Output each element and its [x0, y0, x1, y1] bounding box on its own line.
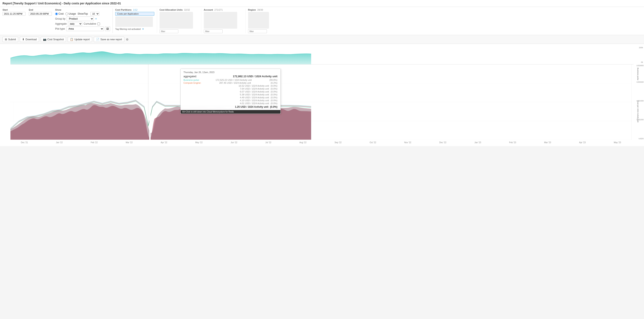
submit-button[interactable]: ⊞ Submit	[2, 37, 18, 42]
plottype-select[interactable]: Area Line Bar	[66, 26, 104, 31]
account-placeholder	[204, 12, 237, 28]
mini-chart-container: 200k 0k	[10, 46, 632, 64]
main-chart-svg	[10, 64, 632, 140]
account-title: Account 271/271	[204, 8, 243, 11]
groupby-select[interactable]: Product Service Account Region	[66, 16, 94, 21]
x-axis: Dec '21 Jan '22 Feb '22 Mar '22 Apr '22 …	[10, 140, 632, 144]
report-title-bracket: [Teevity Support / Unit Economics]	[13, 2, 61, 5]
x-label-11: Nov '22	[404, 141, 411, 144]
tooltip-row-8-pct: (0.0%)	[271, 102, 277, 104]
end-group: End	[29, 8, 52, 16]
cost-radio-text: Cost	[58, 12, 64, 15]
save-icon: 📄	[96, 38, 100, 41]
usage-radio-text: Usage	[69, 12, 76, 15]
cumulative-label: Cumulative	[84, 22, 96, 25]
submit-label: Submit	[8, 38, 16, 41]
submit-icon: ⊞	[5, 38, 7, 41]
report-header: Report [Teevity Support / Unit Economics…	[0, 0, 644, 7]
x-label-4: Apr '22	[160, 141, 167, 144]
cost-radio[interactable]	[55, 12, 58, 15]
x-label-3: Mar '22	[126, 141, 132, 144]
groupby-row: Group by Product Service Account Region …	[55, 16, 110, 21]
region-filter-input[interactable]	[248, 30, 267, 33]
aggregate-select[interactable]: daily weekly monthly	[68, 22, 82, 26]
showTop-select[interactable]: 10 5 20 50	[90, 12, 100, 16]
report-title-prefix: Report	[2, 2, 13, 5]
start-input[interactable]	[2, 12, 26, 16]
tooltip-header: Thursday, Jan 26, 12am, 2023	[184, 71, 278, 74]
save-as-new-label: Save as new report	[100, 38, 122, 41]
x-label-1: Jan '22	[56, 141, 63, 144]
cost-partitions-title: Cost Partitions 1/12	[115, 8, 154, 11]
save-as-new-button[interactable]: 📄 Save as new report	[94, 37, 124, 42]
x-label-16: Apr '23	[579, 141, 586, 144]
x-label-2: Feb '22	[91, 141, 98, 144]
update-report-label: Update report	[74, 38, 90, 41]
cost-radio-label[interactable]: Cost	[55, 12, 64, 15]
tooltip: Thursday, Jan 26, 12am, 2023 aggregated:…	[180, 69, 281, 114]
x-label-13: Jan '23	[474, 141, 481, 144]
main-chart-wrapper: Thursday, Jan 26, 12am, 2023 aggregated:…	[0, 64, 644, 140]
settings-icon[interactable]: ⚙	[126, 38, 129, 41]
right-side-labels: Business pulse Cost per 1024 Activity un…	[632, 64, 644, 140]
report-title-suffix: - Daily costs per Application since 2022…	[61, 2, 121, 5]
camera-icon: 📷	[43, 38, 46, 41]
tag-filter-icon[interactable]: ▼	[142, 28, 144, 30]
download-button[interactable]: ⬇ Download	[20, 37, 39, 42]
x-label-6: Jun '22	[230, 141, 237, 144]
cost-snapshot-button[interactable]: 📷 Cost Snapshot	[41, 37, 66, 42]
tooltip-row-1-value: 287.45 USD / 1024 Activity unit	[219, 82, 251, 84]
x-label-7: Jul '22	[266, 141, 272, 144]
tooltip-row-8-value: 4.01 USD / 1024 Activity unit	[240, 102, 269, 104]
aggregate-row: Aggregate daily weekly monthly Cumulativ…	[55, 22, 110, 26]
cost-partitions-count: 1/12	[133, 8, 138, 11]
cumulative-checkbox[interactable]	[97, 22, 100, 25]
usage-radio[interactable]	[65, 12, 68, 15]
cost-allocation-filter-input[interactable]	[160, 30, 178, 33]
show-label: Show	[55, 8, 110, 11]
cost-partitions-placeholder	[115, 16, 153, 27]
cost-allocation-count: 32/32	[184, 8, 190, 11]
tooltip-row-4-pct: (0.0%)	[271, 90, 277, 93]
mini-y-top: 200k	[639, 46, 643, 49]
start-group: Start	[2, 8, 26, 16]
usage-radio-label[interactable]: Usage	[65, 12, 76, 15]
svg-rect-5	[149, 64, 150, 140]
cost-allocation-placeholder	[160, 12, 193, 28]
groupby-add-btn[interactable]: +	[95, 17, 97, 21]
x-label-8: Aug '22	[300, 141, 306, 144]
cost-partitions-title-text: Cost Partitions	[115, 8, 132, 11]
tooltip-row-3-value: 7.64 USD / 1024 Activity unit	[240, 88, 269, 90]
update-report-button[interactable]: 📋 Update report	[68, 37, 92, 42]
cost-allocation-filter: Cost Allocation Units 32/32	[160, 8, 201, 33]
account-count: 271/271	[214, 8, 223, 11]
tooltip-bold-value: 1.25 USD / 1024 Activity unit	[235, 106, 268, 108]
top-controls: Start End Show Cost Usa	[0, 7, 644, 35]
plot-image-btn[interactable]: 🖼	[105, 26, 110, 31]
region-placeholder	[248, 12, 269, 28]
tooltip-row-0-pct: (99.8%)	[270, 79, 278, 81]
plottype-row: Plot type Area Line Bar 🖼	[55, 26, 110, 31]
tooltip-ce-label: Compute Engine:	[184, 82, 201, 84]
right-filters: Cost Partitions 1/12 Costs per Applicati…	[112, 8, 642, 33]
cost-partitions-filter: Cost Partitions 1/12 Costs per Applicati…	[115, 8, 157, 33]
mini-chart-svg	[10, 46, 632, 64]
tooltip-row-3-pct: (0.0%)	[271, 88, 277, 90]
left-controls: Start End Show Cost Usa	[2, 8, 110, 31]
region-title: Region 39/39	[248, 8, 287, 11]
showTop-label: ShowTop	[78, 12, 88, 15]
end-input[interactable]	[29, 12, 52, 16]
show-group: Show Cost Usage ShowTop 10 5 20	[55, 8, 110, 31]
account-filter-input[interactable]	[204, 30, 222, 33]
tooltip-row-5-value: 5.38 USD / 1024 Activity unit	[240, 93, 269, 96]
tooltip-row-1-pct: (0.2%)	[271, 82, 277, 84]
tooltip-row-7-value: 4.10 USD / 1024 Activity unit	[240, 99, 269, 102]
cost-partition-pill[interactable]: Costs per Application	[115, 12, 154, 16]
x-label-12: Dec '22	[439, 141, 446, 144]
main-chart-svg-container: USD800 USD600 USD400 USD200 USD0	[10, 64, 632, 140]
tooltip-row-0-value: 172,525.22 USD / 1024 Activity unit	[216, 79, 252, 81]
tooltip-bp-label: Business pulse:	[184, 79, 200, 81]
update-icon: 📋	[70, 38, 73, 41]
account-title-text: Account	[204, 8, 213, 11]
mini-y-bottom: 0k	[641, 61, 643, 63]
